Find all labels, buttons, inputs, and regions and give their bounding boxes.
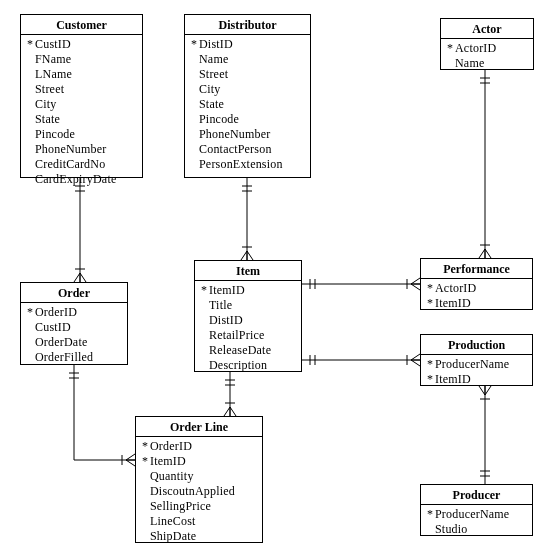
attribute-name: CardExpiryDate (35, 172, 116, 186)
attribute-name: ContactPerson (199, 142, 272, 156)
entity-title: Producer (421, 485, 532, 505)
attribute-name: PhoneNumber (35, 142, 107, 156)
attribute-name: Street (199, 67, 228, 81)
attribute-field: State (191, 97, 304, 112)
attribute-name: Pincode (35, 127, 75, 141)
attribute-field: PhoneNumber (191, 127, 304, 142)
attribute-field: State (27, 112, 136, 127)
attribute-field: City (27, 97, 136, 112)
attribute-field: Pincode (27, 127, 136, 142)
attribute-field: CardExpiryDate (27, 172, 136, 187)
attribute-name: Studio (435, 522, 468, 536)
attribute-name: ItemID (209, 283, 245, 297)
attribute-name: Quantity (150, 469, 194, 483)
attribute-key: *ProducerName (427, 507, 526, 522)
entity-attributes: *CustIDFNameLNameStreetCityStatePincodeP… (21, 35, 142, 191)
entity-actor: Actor *ActorIDName (440, 18, 534, 70)
attribute-key: *OrderID (27, 305, 121, 320)
connector-producer-production (479, 386, 491, 484)
attribute-field: Street (191, 67, 304, 82)
attribute-field: City (191, 82, 304, 97)
attribute-name: State (35, 112, 60, 126)
key-marker-icon: * (201, 283, 209, 298)
entity-title: Performance (421, 259, 532, 279)
svg-line-15 (485, 249, 491, 258)
attribute-name: ItemID (435, 296, 471, 310)
attribute-name: Name (455, 56, 484, 70)
attribute-name: ReleaseDate (209, 343, 271, 357)
attribute-key: *DistID (191, 37, 304, 52)
attribute-field: Title (201, 298, 295, 313)
connector-distributor-item (241, 178, 253, 260)
attribute-name: ProducerName (435, 507, 509, 521)
svg-line-40 (126, 460, 135, 466)
key-marker-icon: * (427, 357, 435, 372)
connector-customer-order (74, 178, 86, 282)
connector-item-orderline (224, 372, 236, 416)
entity-distributor: Distributor *DistIDNameStreetCityStatePi… (184, 14, 311, 178)
svg-line-33 (411, 354, 420, 360)
attribute-field: Name (447, 56, 527, 71)
attribute-field: OrderFilled (27, 350, 121, 365)
attribute-key: *OrderID (142, 439, 256, 454)
attribute-name: ProducerName (435, 357, 509, 371)
key-marker-icon: * (427, 281, 435, 296)
attribute-name: CustID (35, 320, 71, 334)
svg-line-28 (411, 284, 420, 290)
attribute-key: *ActorID (427, 281, 526, 296)
attribute-field: Pincode (191, 112, 304, 127)
attribute-name: ShipDate (150, 529, 196, 543)
key-marker-icon: * (142, 439, 150, 454)
attribute-name: CreditCardNo (35, 157, 105, 171)
attribute-name: DistID (209, 313, 243, 327)
entity-item: Item *ItemIDTitleDistIDRetailPriceReleas… (194, 260, 302, 372)
er-diagram: { "entities": { "customer": { "title": "… (0, 0, 555, 559)
attribute-field: CustID (27, 320, 121, 335)
attribute-field: FName (27, 52, 136, 67)
svg-line-34 (411, 360, 420, 366)
entity-attributes: *DistIDNameStreetCityStatePincodePhoneNu… (185, 35, 310, 176)
attribute-key: *ItemID (427, 296, 526, 311)
attribute-field: Description (201, 358, 295, 373)
attribute-name: PhoneNumber (199, 127, 271, 141)
connector-order-orderline (69, 365, 135, 466)
attribute-key: *ItemID (142, 454, 256, 469)
entity-attributes: *ProducerName*ItemID (421, 355, 532, 391)
attribute-key: *ActorID (447, 41, 527, 56)
attribute-field: OrderDate (27, 335, 121, 350)
entity-title: Order Line (136, 417, 262, 437)
entity-title: Distributor (185, 15, 310, 35)
attribute-name: OrderID (35, 305, 77, 319)
key-marker-icon: * (27, 37, 35, 52)
key-marker-icon: * (142, 454, 150, 469)
svg-line-9 (247, 251, 253, 260)
entity-order-line: Order Line *OrderID*ItemIDQuantityDiscou… (135, 416, 263, 543)
entity-performance: Performance *ActorID*ItemID (420, 258, 533, 310)
entity-title: Order (21, 283, 127, 303)
svg-line-16 (479, 249, 485, 258)
entity-production: Production *ProducerName*ItemID (420, 334, 533, 386)
entity-attributes: *OrderID*ItemIDQuantityDiscoutnAppliedSe… (136, 437, 262, 548)
attribute-field: Street (27, 82, 136, 97)
attribute-name: ItemID (435, 372, 471, 386)
attribute-field: ContactPerson (191, 142, 304, 157)
attribute-field: ShipDate (142, 529, 256, 544)
attribute-name: FName (35, 52, 71, 66)
key-marker-icon: * (427, 296, 435, 311)
attribute-key: *ProducerName (427, 357, 526, 372)
svg-line-39 (126, 454, 135, 460)
attribute-name: LName (35, 67, 72, 81)
entity-attributes: *ActorIDName (441, 39, 533, 75)
attribute-field: Studio (427, 522, 526, 537)
entity-title: Actor (441, 19, 533, 39)
attribute-field: Quantity (142, 469, 256, 484)
attribute-name: RetailPrice (209, 328, 265, 342)
attribute-name: ActorID (435, 281, 476, 295)
connector-actor-performance (479, 70, 491, 258)
attribute-field: ReleaseDate (201, 343, 295, 358)
attribute-name: Description (209, 358, 267, 372)
attribute-key: *ItemID (427, 372, 526, 387)
attribute-name: OrderFilled (35, 350, 93, 364)
entity-attributes: *ProducerNameStudio (421, 505, 532, 541)
attribute-field: CreditCardNo (27, 157, 136, 172)
